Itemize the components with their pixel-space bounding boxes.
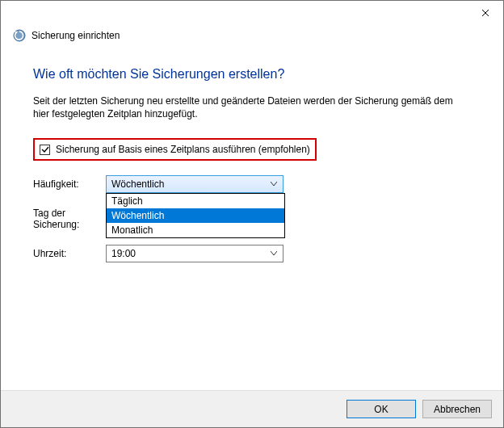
day-label: Tag der Sicherung: <box>33 204 106 230</box>
ok-button[interactable]: OK <box>346 400 416 418</box>
page-heading: Wie oft möchten Sie Sicherungen erstelle… <box>33 67 471 82</box>
time-label: Uhrzeit: <box>33 245 106 259</box>
frequency-label: Häufigkeit: <box>33 175 106 190</box>
window-header: Sicherung einrichten <box>1 25 503 51</box>
schedule-checkbox[interactable] <box>40 145 50 155</box>
schedule-checkbox-label: Sicherung auf Basis eines Zeitplans ausf… <box>56 144 310 155</box>
ok-button-label: OK <box>374 404 388 415</box>
frequency-option-daily[interactable]: Täglich <box>107 194 284 208</box>
backup-icon <box>12 28 27 43</box>
close-button[interactable] <box>467 1 503 24</box>
backup-setup-window: Sicherung einrichten Wie oft möchten Sie… <box>0 0 504 428</box>
chevron-down-icon <box>268 182 279 187</box>
time-combo[interactable]: 19:00 <box>106 245 284 262</box>
cancel-button[interactable]: Abbrechen <box>422 400 492 418</box>
time-combo-value: 19:00 <box>111 248 268 259</box>
frequency-option-monthly[interactable]: Monatlich <box>107 223 284 237</box>
cancel-button-label: Abbrechen <box>434 404 481 415</box>
schedule-checkbox-row: Sicherung auf Basis eines Zeitplans ausf… <box>33 138 317 161</box>
content-area: Wie oft möchten Sie Sicherungen erstelle… <box>1 51 503 390</box>
frequency-dropdown: Täglich Wöchentlich Monatlich <box>106 193 285 238</box>
frequency-combo-value: Wöchentlich <box>111 178 268 190</box>
chevron-down-icon <box>268 251 279 256</box>
dialog-footer: OK Abbrechen <box>1 390 503 427</box>
checkmark-icon <box>41 145 49 153</box>
page-description: Seit der letzten Sicherung neu erstellte… <box>33 94 471 120</box>
titlebar <box>1 1 503 25</box>
frequency-option-weekly[interactable]: Wöchentlich <box>107 208 284 223</box>
close-icon <box>481 9 489 17</box>
frequency-combo[interactable]: Wöchentlich Täglich Wöchentlich Monatlic… <box>106 175 284 193</box>
window-title: Sicherung einrichten <box>32 30 120 41</box>
schedule-form: Häufigkeit: Wöchentlich Täglich Wöchentl… <box>33 175 471 262</box>
